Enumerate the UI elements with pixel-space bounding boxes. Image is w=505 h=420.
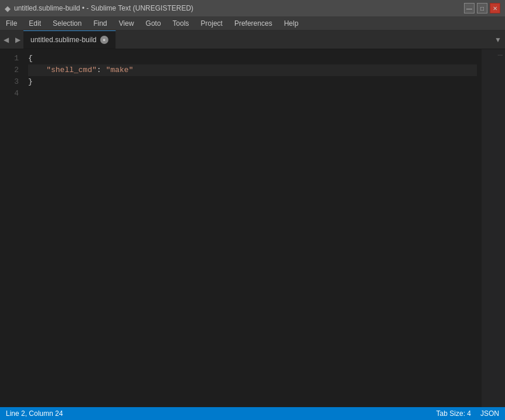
line-num-1: 1 — [0, 53, 19, 64]
tab-label: untitled.sublime-build — [30, 36, 97, 44]
status-tab-size[interactable]: Tab Size: 4 — [436, 409, 471, 418]
minimap[interactable]: —— — [482, 49, 505, 407]
title-bar: ◆ untitled.sublime-build • - Sublime Tex… — [0, 0, 505, 16]
title-bar-left: ◆ untitled.sublime-build • - Sublime Tex… — [5, 4, 193, 13]
menu-bar: File Edit Selection Find View Goto Tools… — [0, 16, 505, 30]
tab-dropdown-button[interactable]: ▼ — [491, 30, 505, 49]
line-num-3: 3 — [0, 76, 19, 88]
menu-tools[interactable]: Tools — [167, 16, 195, 30]
tab-close-button[interactable]: ● — [100, 36, 108, 44]
line-num-2: 2 — [0, 64, 19, 76]
tab-scroll-left[interactable]: ◀ — [0, 30, 12, 49]
minimap-hint: —— — [498, 53, 503, 57]
menu-selection[interactable]: Selection — [47, 16, 87, 30]
tab-bar: ◀ ▶ untitled.sublime-build ● ▼ — [0, 30, 505, 49]
tab-active[interactable]: untitled.sublime-build ● — [23, 30, 116, 49]
code-line-4 — [28, 88, 477, 100]
status-left: Line 2, Column 24 — [6, 409, 63, 418]
menu-find[interactable]: Find — [87, 16, 112, 30]
line-num-4: 4 — [0, 88, 19, 100]
window-controls: — □ ✕ — [464, 3, 500, 13]
menu-file[interactable]: File — [0, 16, 23, 30]
maximize-button[interactable]: □ — [477, 3, 487, 13]
menu-view[interactable]: View — [113, 16, 140, 30]
status-syntax[interactable]: JSON — [480, 409, 499, 418]
status-bar: Line 2, Column 24 Tab Size: 4 JSON — [0, 407, 505, 420]
status-right: Tab Size: 4 JSON — [436, 409, 499, 418]
code-line-3: } — [28, 76, 477, 88]
code-line-2: "shell_cmd": "make" — [28, 64, 477, 76]
menu-edit[interactable]: Edit — [23, 16, 47, 30]
status-position[interactable]: Line 2, Column 24 — [6, 409, 63, 418]
menu-project[interactable]: Project — [195, 16, 228, 30]
minimize-button[interactable]: — — [464, 3, 475, 13]
editor-container: 1 2 3 4 { "shell_cmd": "make" } —— — [0, 49, 505, 407]
app-icon: ◆ — [5, 4, 11, 13]
menu-help[interactable]: Help — [278, 16, 305, 30]
code-line-1: { — [28, 53, 477, 64]
title-text: untitled.sublime-build • - Sublime Text … — [14, 4, 193, 12]
editor-content[interactable]: { "shell_cmd": "make" } — [23, 49, 482, 407]
tab-scroll-right[interactable]: ▶ — [12, 30, 23, 49]
line-numbers: 1 2 3 4 — [0, 49, 23, 407]
menu-preferences[interactable]: Preferences — [228, 16, 278, 30]
menu-goto[interactable]: Goto — [140, 16, 167, 30]
close-button[interactable]: ✕ — [490, 3, 500, 13]
